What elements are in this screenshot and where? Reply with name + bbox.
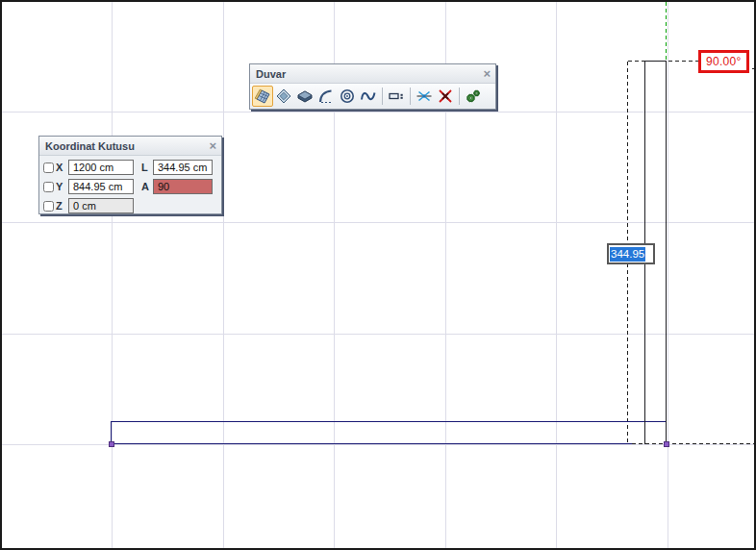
a-label: A xyxy=(141,181,153,192)
spline-wall-tool-button[interactable] xyxy=(358,86,379,107)
coordinate-row-z: Z xyxy=(43,196,217,215)
wall-tool-button[interactable] xyxy=(252,86,273,107)
y-lock-checkbox[interactable] xyxy=(43,182,54,192)
z-value-field[interactable] xyxy=(68,198,134,213)
coordinate-panel-body: X L Y A Z xyxy=(39,156,221,217)
corner-wall-icon xyxy=(295,87,315,106)
angle-badge: 90.00° xyxy=(698,50,749,73)
corner-wall-tool-button[interactable] xyxy=(294,86,315,107)
z-lock-checkbox[interactable] xyxy=(43,201,54,212)
wall-node-marker-corner xyxy=(665,442,669,447)
coordinate-panel-title: Koordinat Kutusu xyxy=(45,140,135,152)
a-value-field[interactable] xyxy=(153,179,213,194)
wall-width-icon xyxy=(387,87,406,106)
z-label: Z xyxy=(56,200,68,212)
circular-wall-tool-button[interactable] xyxy=(337,86,358,107)
coordinate-row-y: Y A xyxy=(43,177,217,196)
length-edit-box[interactable]: 344.95 xyxy=(607,243,655,264)
x-value-field[interactable] xyxy=(68,160,134,175)
polygon-wall-tool-button[interactable] xyxy=(273,86,294,107)
red-cross-icon xyxy=(436,87,455,106)
x-lock-checkbox[interactable] xyxy=(43,162,54,173)
coordinate-row-x: X L xyxy=(43,158,217,177)
wall-width-tool-button[interactable] xyxy=(386,86,407,107)
wall-3d-icon xyxy=(253,87,272,106)
wall-toolbar-iconrow xyxy=(250,84,495,108)
l-value-field[interactable] xyxy=(153,160,213,175)
length-edit-value: 344.95 xyxy=(610,247,645,262)
cad-canvas-window[interactable]: 90.00° 344.95 Duvar × xyxy=(0,0,756,550)
toolbar-separator xyxy=(459,88,460,105)
arc-wall-tool-button[interactable] xyxy=(315,86,337,107)
spline-wall-icon xyxy=(359,87,378,106)
wall-toolbar[interactable]: Duvar × xyxy=(249,63,496,110)
close-icon[interactable]: × xyxy=(483,67,491,80)
y-label: Y xyxy=(56,181,68,192)
coordinate-panel[interactable]: Koordinat Kutusu × X L Y A Z xyxy=(38,136,222,214)
toolbar-separator xyxy=(410,88,411,105)
axis-snap-tool-button[interactable] xyxy=(414,86,435,107)
close-icon[interactable]: × xyxy=(209,139,216,152)
toolbar-separator xyxy=(382,88,383,105)
circle-wall-icon xyxy=(338,87,357,106)
gears-icon xyxy=(464,87,483,106)
delete-axis-tool-button[interactable] xyxy=(435,86,456,107)
y-value-field[interactable] xyxy=(68,179,134,194)
diamond-icon xyxy=(274,87,293,106)
wall-node-marker-start xyxy=(109,442,113,447)
axis-cross-icon xyxy=(415,87,434,106)
coordinate-panel-titlebar[interactable]: Koordinat Kutusu × xyxy=(39,137,221,156)
x-label: X xyxy=(56,162,68,173)
settings-tool-button[interactable] xyxy=(463,86,484,107)
arc-wall-icon xyxy=(316,87,336,106)
l-label: L xyxy=(141,162,153,173)
wall-toolbar-title: Duvar xyxy=(256,68,286,80)
wall-toolbar-titlebar[interactable]: Duvar × xyxy=(250,64,495,84)
